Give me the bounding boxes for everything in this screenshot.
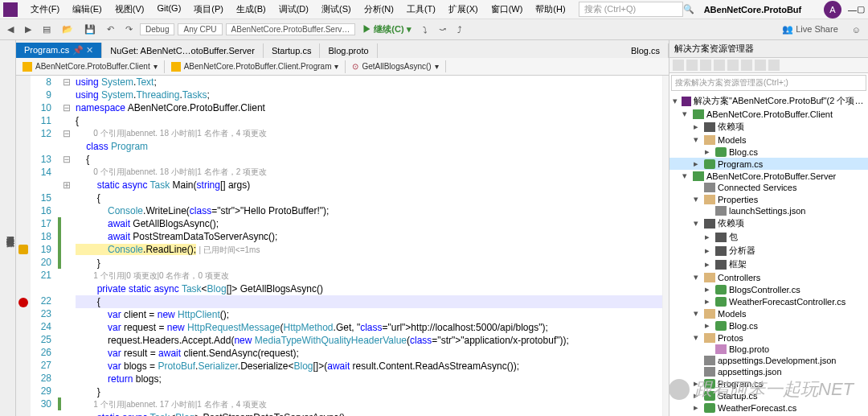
tree-node[interactable]: ▸Blog.cs — [669, 146, 868, 158]
menu-item[interactable]: 测试(S) — [315, 2, 358, 17]
solution-tree[interactable]: ▾解决方案"ABenNetCore.ProtoBuf"(2 个项目，共 2 个)… — [669, 93, 868, 416]
tree-node[interactable]: ▸框架 — [669, 257, 868, 271]
redo-icon[interactable]: ↷ — [121, 23, 137, 36]
window-min-icon[interactable]: — — [848, 5, 857, 14]
explorer-toolbar[interactable] — [669, 58, 868, 73]
code-editor[interactable]: 89101112 1314 15161718192021 22232425262… — [16, 76, 669, 416]
left-toolwindow-tabs[interactable]: 服务器资源管理器 数据源管理器 — [0, 40, 16, 416]
window-max-icon[interactable]: ▢ — [857, 4, 865, 14]
editor-tab[interactable]: Program.cs📌 ✕ — [16, 43, 102, 58]
nav-bar: ABenNetCore.ProtoBuffer.Client ▾ ABenNet… — [16, 58, 669, 76]
minimap[interactable] — [662, 76, 669, 416]
nav-back-icon[interactable]: ◀ — [3, 23, 18, 36]
menu-item[interactable]: 工具(T) — [400, 2, 442, 17]
menu-item[interactable]: 窗口(W) — [485, 2, 530, 17]
panel-title: 解决方案资源管理器 — [669, 40, 868, 58]
tree-node[interactable]: ▾依赖项 — [669, 216, 868, 230]
step-icon[interactable]: ⤵ — [419, 23, 432, 36]
tree-node[interactable]: ▾Protos — [669, 332, 868, 344]
toolbar: ◀ ▶ ▤ 📂 💾 ↶ ↷ Debug Any CPU ABenNetCore.… — [0, 19, 868, 40]
menu-item[interactable]: 项目(P) — [187, 2, 230, 17]
tree-node[interactable]: launchSettings.json — [669, 205, 868, 216]
tree-node[interactable]: ▸包 — [669, 230, 868, 244]
tree-node[interactable]: ▸WeatherForecast.cs — [669, 402, 868, 414]
tree-node[interactable]: ▾ABenNetCore.ProtoBuffer.Server — [669, 170, 868, 182]
step-out-icon[interactable]: ⤴ — [453, 23, 466, 36]
tree-node[interactable]: ▸WeatherForecastController.cs — [669, 295, 868, 307]
tree-node[interactable]: ▾Properties — [669, 193, 868, 205]
save-icon[interactable]: 💾 — [80, 23, 100, 36]
tree-node[interactable]: Connected Services — [669, 182, 868, 193]
menu-item[interactable]: 调试(D) — [272, 2, 315, 17]
editor-tab[interactable]: Blog.proto — [320, 43, 377, 58]
search-box[interactable]: 搜索 (Ctrl+Q) — [579, 2, 683, 17]
step-over-icon[interactable]: ⤻ — [435, 23, 450, 36]
nav-fwd-icon[interactable]: ▶ — [21, 23, 35, 36]
menu-item[interactable]: 文件(F) — [24, 2, 66, 17]
nav-project-dd[interactable]: ABenNetCore.ProtoBuffer.Client ▾ — [16, 60, 165, 73]
config-dd[interactable]: Debug — [140, 23, 174, 35]
tree-node[interactable]: ▸Program.cs — [669, 158, 868, 170]
feedback-icon[interactable]: ☺ — [848, 23, 865, 36]
menu-item[interactable]: 视图(V) — [108, 2, 151, 17]
tree-node[interactable]: ▸BlogsController.cs — [669, 283, 868, 295]
nav-member-dd[interactable]: ⊙GetAllBlogsAsync() ▾ — [346, 60, 445, 72]
editor-tab[interactable]: NuGet: ABenNetC…otoBuffer.Server — [102, 43, 264, 58]
editor-tab[interactable]: Blog.cs — [623, 43, 669, 58]
avatar[interactable]: A — [824, 1, 841, 19]
tree-node[interactable]: ▸分析器 — [669, 244, 868, 257]
menu-item[interactable]: 生成(B) — [230, 2, 272, 17]
tree-node[interactable]: ▸Blog.cs — [669, 319, 868, 332]
editor-tabs: Program.cs📌 ✕NuGet: ABenNetC…otoBuffer.S… — [16, 40, 669, 58]
vs-logo-icon — [3, 2, 18, 17]
tree-node[interactable]: ▾Controllers — [669, 271, 868, 283]
open-icon[interactable]: 📂 — [58, 23, 77, 36]
tree-node[interactable]: ▾Models — [669, 134, 868, 146]
tree-node[interactable]: ▸Program.cs — [669, 377, 868, 389]
menu-item[interactable]: Git(G) — [150, 2, 187, 17]
menu-item[interactable]: 编辑(E) — [66, 2, 108, 17]
menu-item[interactable]: 帮助(H) — [529, 2, 571, 17]
menu-item[interactable]: 分析(N) — [358, 2, 400, 17]
editor-tab[interactable]: Startup.cs — [264, 43, 321, 58]
platform-dd[interactable]: Any CPU — [178, 23, 222, 35]
tree-root[interactable]: ▾解决方案"ABenNetCore.ProtoBuf"(2 个项目，共 2 个) — [669, 94, 868, 108]
tree-node[interactable]: Blog.proto — [669, 344, 868, 355]
continue-button[interactable]: ▶ 继续(C) ▾ — [358, 22, 415, 37]
undo-icon[interactable]: ↶ — [103, 23, 118, 36]
new-icon[interactable]: ▤ — [39, 23, 55, 36]
tree-node[interactable]: ▾Models — [669, 307, 868, 319]
tree-node[interactable]: appsettings.json — [669, 366, 868, 377]
menubar: 文件(F)编辑(E)视图(V)Git(G)项目(P)生成(B)调试(D)测试(S… — [0, 0, 868, 19]
tree-node[interactable]: ▸依赖项 — [669, 120, 868, 134]
live-share-button[interactable]: 👥 Live Share — [776, 23, 845, 36]
solution-name: ABenNetCore.ProtoBuf — [704, 5, 817, 14]
search-icon[interactable]: 🔍 — [683, 4, 694, 14]
tree-node[interactable]: appsettings.Development.json — [669, 355, 868, 366]
solution-explorer: 解决方案资源管理器 搜索解决方案资源管理器(Ctrl+;) ▾解决方案"ABen… — [669, 40, 868, 416]
explorer-search[interactable]: 搜索解决方案资源管理器(Ctrl+;) — [671, 75, 866, 91]
tree-node[interactable]: ▾ABenNetCore.ProtoBuffer.Client — [669, 108, 868, 120]
tree-node[interactable]: ▸Startup.cs — [669, 389, 868, 402]
startup-dd[interactable]: ABenNetCore.ProtoBuffer.Serv… — [226, 23, 356, 35]
nav-class-dd[interactable]: ABenNetCore.ProtoBuffer.Client.Program ▾ — [165, 60, 346, 73]
menu-item[interactable]: 扩展(X) — [442, 2, 485, 17]
